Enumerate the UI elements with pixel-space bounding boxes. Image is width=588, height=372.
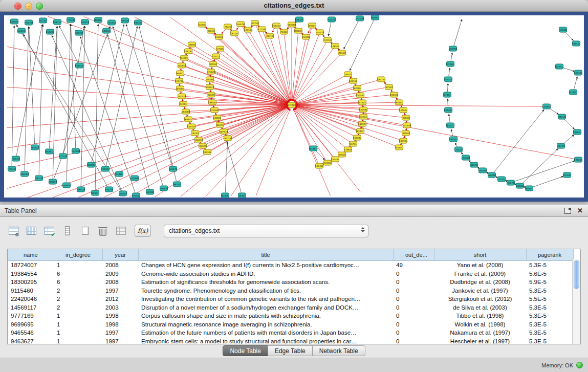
table-cell: 9463627 (8, 337, 54, 345)
graph-edge (565, 32, 573, 40)
citation-network-graph[interactable]: 2638789051887235168122771942550138845620… (4, 15, 584, 198)
graph-node-label: 157433 (331, 158, 339, 161)
graph-node-label: 86179 (216, 124, 224, 126)
graph-node-label: 217755 (59, 155, 67, 158)
table-scrollbar[interactable] (572, 259, 580, 344)
window-titlebar[interactable]: × − + citations_edges.txt (0, 0, 588, 12)
graph-node-label: 76182 (280, 31, 288, 33)
graph-node-label: 90218 (224, 137, 231, 140)
window-title: citations_edges.txt (0, 0, 588, 11)
table-row[interactable]: 911546021997Tourette syndrome. Phenomeno… (8, 287, 573, 295)
column-header-label: out_de... (405, 252, 427, 258)
table-cell: 18300295 (8, 278, 54, 287)
map-table-button[interactable] (115, 224, 127, 237)
graph-edge (181, 69, 181, 70)
table-cell: 9115460 (8, 287, 54, 295)
import-table-button[interactable]: ✔ (43, 224, 55, 237)
graph-node-label: 66034 (18, 30, 25, 32)
graph-node-label: 160462 (356, 94, 364, 97)
column-header-out_de[interactable]: △out_de... (393, 249, 434, 261)
node-table: namein_degreeyeartitle△out_de...shortpag… (8, 249, 574, 344)
table-row[interactable]: 946362711997Embryonic stem cells: a mode… (8, 337, 573, 345)
graph-node-label: 83216 (354, 87, 361, 90)
column-header-name[interactable]: name (8, 249, 54, 261)
graph-edge (113, 27, 163, 186)
graph-edge (79, 106, 288, 197)
graph-edge (16, 25, 42, 156)
graph-edge (193, 129, 193, 130)
close-panel-icon[interactable]: ✕ (577, 207, 583, 214)
graph-node-label: 63208 (146, 191, 154, 193)
table-cell: Wolkin et al. (1998) (434, 320, 526, 329)
table-row[interactable]: 1872400712008Changes of HCN gene express… (8, 261, 573, 270)
graph-node-label: 96530 (199, 145, 206, 147)
graph-edge (296, 106, 403, 133)
table-row[interactable]: 2242004622012Investigating the contribut… (8, 295, 573, 303)
table-settings-button[interactable]: ⚙ (7, 224, 19, 237)
graph-edge (186, 54, 187, 55)
table-cell: 5.3E-5 (526, 329, 573, 337)
graph-node-label: 95178 (507, 182, 514, 184)
graph-edge (358, 91, 359, 93)
graph-node-label: 187340 (134, 21, 142, 24)
network-canvas[interactable]: 2638789051887235168122771942550138845620… (4, 15, 584, 198)
graph-edge (52, 35, 121, 190)
graph-node-label: 184415 (572, 42, 580, 45)
float-panel-icon[interactable] (564, 208, 571, 214)
table-row[interactable]: 946554611997Estimation of the future num… (8, 329, 573, 337)
graph-edge (187, 115, 187, 116)
graph-node-label: 74916 (116, 173, 123, 176)
column-header-short[interactable]: short (434, 249, 526, 261)
column-header-title[interactable]: title (138, 249, 393, 261)
graph-edge (514, 161, 575, 182)
graph-node-label: 255013 (81, 21, 89, 24)
table-cell: 0 (393, 287, 434, 295)
graph-node-label: 65478 (237, 23, 244, 26)
table-cell: 2 (54, 295, 102, 303)
graph-node-label: 818304 (295, 18, 303, 21)
panel-header-icons: ✕ (564, 207, 583, 214)
table-select-dropdown[interactable]: citations_edges.txt (164, 225, 368, 237)
graph-edge (449, 114, 450, 122)
table-row[interactable]: 1938455462009Genome-wide association stu… (8, 270, 573, 278)
graph-node-label: 149865 (213, 117, 221, 119)
graph-node-label: 182546 (203, 151, 211, 154)
graph-node-label: 183321 (31, 146, 39, 149)
tab-node-table[interactable]: Node Table (223, 345, 268, 356)
column-header-pagerank[interactable]: pagerank (526, 249, 573, 261)
table-row[interactable]: 977716911998Corpus callosum shape and si… (8, 312, 573, 320)
row-options-button[interactable] (61, 224, 73, 237)
table-cell: Disruption of a novel member of a sodium… (138, 303, 393, 312)
graph-node-label: 70316 (455, 148, 462, 151)
table-cell: 49 (393, 261, 434, 270)
table-cell: 5.9E-5 (526, 278, 573, 287)
graph-node-label: 22606 (199, 24, 206, 26)
table-cell: Franke et al. (2009) (434, 270, 526, 278)
select-columns-button[interactable] (25, 224, 37, 237)
graph-edge (294, 49, 334, 102)
tab-edge-table[interactable]: Edge Table (268, 345, 313, 356)
graph-node-label: 77842 (444, 94, 451, 96)
graph-node-label: 175126 (207, 71, 215, 73)
graph-node-label: 187751 (377, 78, 385, 81)
column-header-year[interactable]: year (102, 249, 138, 261)
graph-edge (549, 108, 558, 114)
graph-node-label: 147716 (356, 17, 364, 20)
table-cell: 2 (54, 303, 102, 312)
scrollbar-thumb[interactable] (574, 260, 579, 289)
table-row[interactable]: 1456911722003Disruption of a novel membe… (8, 303, 573, 312)
delete-column-button[interactable] (97, 224, 109, 237)
graph-node-label: 154208 (46, 31, 54, 33)
create-column-button[interactable] (79, 224, 91, 237)
column-header-label: name (24, 252, 38, 258)
table-cell: 2003 (102, 303, 138, 312)
column-header-in_degree[interactable]: in_degree (54, 249, 102, 261)
graph-node-label: 178187 (184, 50, 192, 53)
graph-node-label: 139960 (444, 109, 452, 112)
table-row[interactable]: 969969511998Structural magnetic resonanc… (8, 320, 573, 329)
table-cell: 6 (54, 270, 102, 278)
table-row[interactable]: 1830029562008Estimation of significance … (8, 278, 573, 287)
table-cell: 22420046 (8, 295, 54, 303)
function-builder-button[interactable]: f(x) (135, 225, 151, 237)
tab-network-table[interactable]: Network Table (312, 345, 365, 356)
